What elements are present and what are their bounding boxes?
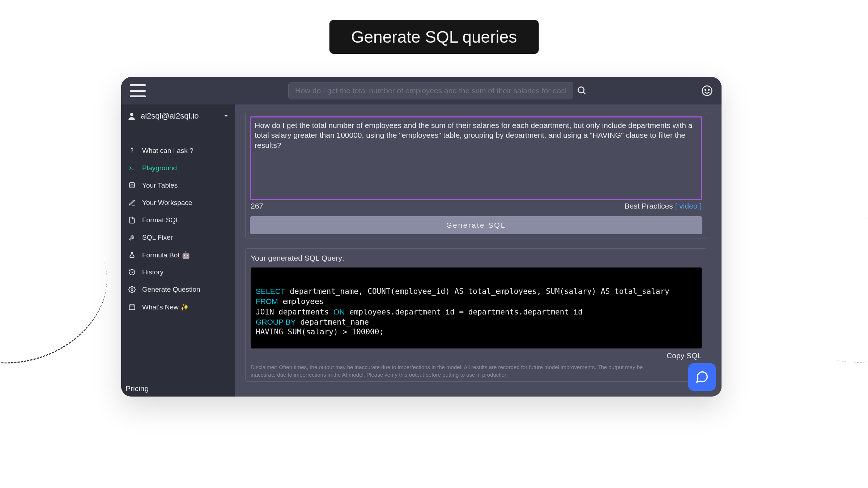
prompt-under-row: 267 Best Practices [ video ]	[250, 200, 702, 210]
search-icon	[577, 86, 587, 96]
search-wrap	[288, 82, 587, 99]
sidebar-item-label: What can I ask ?	[142, 147, 193, 155]
sidebar-item-label: What's New ✨	[142, 303, 189, 311]
sidebar-item-label: Formula Bot 🤖	[142, 251, 190, 259]
svg-point-8	[131, 289, 133, 291]
sidebar: ai2sql@ai2sql.io What can I ask ?Playgro…	[121, 104, 235, 397]
sidebar-item-label: Generate Question	[142, 286, 200, 294]
nav-list: What can I ask ?PlaygroundYour TablesYou…	[121, 128, 235, 316]
prompt-textarea[interactable]: How do I get the total number of employe…	[250, 116, 702, 200]
decorative-wave-left	[0, 193, 127, 386]
svg-point-3	[705, 89, 706, 90]
svg-line-1	[583, 92, 586, 94]
best-practices-label: Best Practices	[624, 202, 673, 210]
terminal-icon	[128, 164, 136, 172]
sidebar-item-label: Format SQL	[142, 216, 179, 224]
app-window: ai2sql@ai2sql.io What can I ask ?Playgro…	[121, 77, 722, 397]
sidebar-item-label: Your Tables	[142, 181, 178, 189]
menu-button[interactable]	[130, 84, 146, 97]
disclaimer-text: Disclaimer: Often times, the output may …	[251, 364, 702, 378]
svg-rect-9	[129, 305, 135, 309]
smiley-icon	[701, 85, 713, 97]
decorative-wave-right	[746, 200, 868, 378]
search-button[interactable]	[577, 86, 587, 96]
history-icon	[128, 268, 136, 277]
svg-point-2	[702, 86, 712, 96]
file-icon	[128, 216, 136, 224]
sidebar-item-question[interactable]: What can I ask ?	[121, 142, 235, 159]
feedback-button[interactable]	[701, 85, 713, 97]
topbar	[121, 77, 722, 104]
wrench-icon	[128, 233, 136, 242]
copy-sql-button[interactable]: Copy SQL	[251, 348, 702, 360]
sidebar-item-label: SQL Fixer	[142, 234, 173, 241]
svg-point-7	[129, 183, 134, 184]
sidebar-item-history[interactable]: History	[121, 264, 235, 281]
chat-icon	[695, 370, 709, 384]
char-count: 267	[251, 202, 263, 210]
prompt-card: How do I get the total number of employe…	[245, 112, 707, 239]
account-dropdown[interactable]: ai2sql@ai2sql.io	[121, 104, 235, 128]
database-icon	[128, 181, 136, 190]
video-link[interactable]: [ video ]	[675, 202, 702, 210]
sidebar-item-gears[interactable]: Generate Question	[121, 281, 235, 298]
sidebar-item-database[interactable]: Your Tables	[121, 177, 235, 194]
svg-point-5	[130, 113, 133, 116]
edit-icon	[128, 198, 136, 207]
sidebar-item-flask[interactable]: Formula Bot 🤖	[121, 246, 235, 264]
best-practices: Best Practices [ video ]	[624, 202, 702, 210]
svg-point-4	[708, 89, 709, 90]
question-icon	[128, 146, 136, 155]
sidebar-item-edit[interactable]: Your Workspace	[121, 194, 235, 211]
sidebar-item-label: Playground	[142, 164, 177, 172]
flask-icon	[128, 251, 136, 259]
sidebar-item-terminal[interactable]: Playground	[121, 159, 235, 177]
user-icon	[127, 111, 136, 121]
calendar-icon	[128, 303, 136, 311]
sidebar-item-label: Your Workspace	[142, 199, 192, 207]
sql-output: SELECT department_name, COUNT(employee_i…	[251, 267, 702, 348]
page-banner: Generate SQL queries	[329, 20, 539, 54]
chevron-down-icon	[223, 113, 229, 119]
sidebar-item-wrench[interactable]: SQL Fixer	[121, 229, 235, 246]
sidebar-item-calendar[interactable]: What's New ✨	[121, 298, 235, 316]
search-input[interactable]	[288, 82, 573, 99]
chat-widget-button[interactable]	[688, 363, 716, 391]
account-email: ai2sql@ai2sql.io	[141, 111, 199, 121]
sidebar-item-label: History	[142, 268, 163, 276]
pricing-link[interactable]: Pricing	[125, 384, 149, 393]
output-card: Your generated SQL Query: SELECT departm…	[245, 248, 707, 382]
main-content: How do I get the total number of employe…	[235, 104, 722, 397]
svg-point-0	[578, 87, 584, 93]
sidebar-item-file[interactable]: Format SQL	[121, 211, 235, 229]
output-title: Your generated SQL Query:	[251, 254, 702, 262]
gears-icon	[128, 285, 136, 294]
generate-sql-button[interactable]: Generate SQL	[250, 216, 702, 234]
